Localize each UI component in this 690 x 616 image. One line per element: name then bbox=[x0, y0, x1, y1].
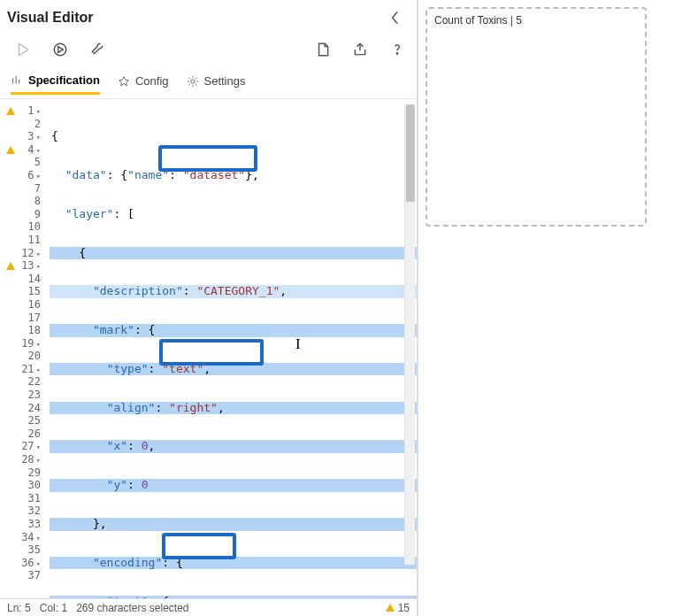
preview-panel: Count of Toxins | 5 bbox=[426, 7, 647, 227]
export-icon[interactable] bbox=[349, 39, 371, 60]
status-ln-label: Ln: bbox=[7, 602, 22, 614]
repair-icon[interactable] bbox=[87, 39, 108, 60]
tab-label: Settings bbox=[204, 74, 246, 88]
code-line: { bbox=[50, 130, 417, 143]
tab-specification[interactable]: Specification bbox=[11, 73, 100, 95]
warning-icon bbox=[6, 146, 15, 154]
code-line: "layer": [ bbox=[50, 208, 417, 221]
text-cursor-icon: I bbox=[295, 338, 301, 351]
new-doc-icon[interactable] bbox=[312, 39, 334, 60]
code-line: "type": "text", bbox=[50, 363, 417, 376]
tab-label: Config bbox=[135, 74, 169, 88]
scroll-thumb[interactable] bbox=[406, 104, 415, 202]
code-line: "x": 0, bbox=[50, 440, 417, 453]
code-line: "text": { bbox=[50, 596, 417, 598]
tab-settings[interactable]: Settings bbox=[187, 74, 246, 93]
warning-icon bbox=[386, 604, 395, 612]
warning-icon bbox=[6, 262, 15, 270]
svg-point-2 bbox=[190, 79, 194, 82]
code-editor[interactable]: 1▾23▾ 4▾56▾ 7891011 12▾13▾141516 171819▾… bbox=[0, 99, 417, 598]
code-line: "mark": { bbox=[50, 324, 417, 337]
code-line: { bbox=[50, 247, 417, 260]
status-bar: Ln: 5 Col: 1 269 characters selected 15 bbox=[0, 598, 417, 616]
warning-icon bbox=[6, 107, 15, 115]
status-selection: 269 characters selected bbox=[76, 602, 188, 614]
help-icon[interactable] bbox=[387, 39, 408, 60]
tab-label: Specification bbox=[28, 73, 100, 87]
code-area[interactable]: { "data": {"name": "dataset"}, "layer": … bbox=[46, 99, 417, 598]
run-icon[interactable] bbox=[12, 39, 34, 60]
line-numbers: 1▾23▾ 4▾56▾ 7891011 12▾13▾141516 171819▾… bbox=[21, 99, 46, 598]
code-line: "encoding": { bbox=[50, 557, 417, 570]
code-line: "data": {"name": "dataset"}, bbox=[50, 169, 417, 182]
code-line: "description": "CATEGORY_1", bbox=[50, 285, 417, 298]
preview-text: Count of Toxins | 5 bbox=[434, 14, 522, 27]
scrollbar-vertical[interactable] bbox=[404, 104, 415, 565]
page-title: Visual Editor bbox=[7, 10, 94, 26]
gutter-warnings bbox=[0, 99, 21, 598]
code-line: }, bbox=[50, 518, 417, 531]
status-ln: 5 bbox=[25, 602, 31, 614]
tab-config[interactable]: Config bbox=[118, 74, 169, 93]
collapse-pane-icon[interactable] bbox=[385, 7, 406, 28]
autorun-icon[interactable] bbox=[50, 39, 71, 60]
svg-point-1 bbox=[396, 53, 397, 54]
status-warning-count: 15 bbox=[398, 602, 410, 614]
code-line: "align": "right", bbox=[50, 402, 417, 415]
status-col: 1 bbox=[61, 602, 67, 614]
status-col-label: Col: bbox=[40, 602, 58, 614]
code-line: "y": 0 bbox=[50, 479, 417, 492]
